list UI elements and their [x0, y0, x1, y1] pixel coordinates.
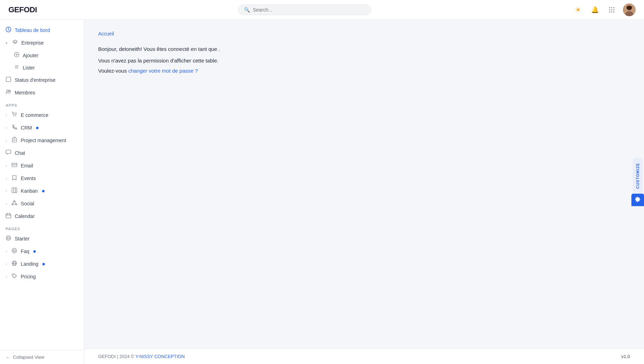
apps-section-label: APPS	[0, 99, 84, 109]
sidebar-label-social: Social	[21, 201, 34, 206]
svg-rect-15	[6, 77, 11, 82]
sidebar-item-crm[interactable]: › CRM	[0, 121, 84, 134]
svg-point-17	[9, 90, 11, 92]
sidebar-item-email[interactable]: › Email	[0, 159, 84, 172]
clock-icon	[6, 27, 11, 34]
version-label: v1.0	[621, 354, 630, 359]
sidebar-item-tableau-de-bord[interactable]: Tableau de bord	[0, 24, 84, 37]
svg-rect-22	[12, 163, 17, 167]
footer-link[interactable]: Y-NISSY CONCEPTION	[135, 354, 185, 359]
svg-point-34	[13, 275, 14, 276]
search-icon: 🔍	[244, 7, 250, 13]
sidebar-label-email: Email	[21, 163, 33, 168]
chevron-right-icon-project: ›	[6, 139, 7, 143]
sidebar-item-faq[interactable]: › Faq	[0, 245, 84, 258]
sidebar-item-kanban[interactable]: › Kanban	[0, 185, 84, 197]
sidebar-item-ecommerce[interactable]: › E commerce	[0, 109, 84, 121]
customize-gear-icon[interactable]	[631, 193, 644, 206]
svg-rect-20	[12, 138, 16, 142]
sidebar-item-project-management[interactable]: › Project management	[0, 134, 84, 147]
content-area: Accueil Bonjour, detoneith! Vous êtes co…	[84, 20, 644, 349]
sidebar-label-calendar: Calendar	[15, 213, 35, 219]
logo: GEFODI	[8, 5, 37, 14]
change-password-link[interactable]: changer votre mot de passe ?	[128, 68, 198, 74]
sidebar-label-ajouter: Ajouter	[23, 53, 38, 58]
svg-point-30	[12, 249, 17, 253]
status-icon	[6, 77, 11, 84]
collapsed-view-label: Collapsed View	[13, 355, 44, 360]
header: GEFODI 🔍 ☀ 🔔	[0, 0, 644, 20]
social-icon	[12, 200, 17, 207]
sidebar-item-status-entreprise[interactable]: Status d'entreprise	[0, 74, 84, 86]
sidebar-label-tableau-de-bord: Tableau de bord	[15, 27, 50, 33]
svg-point-5	[614, 9, 615, 10]
plus-circle-icon	[14, 52, 19, 59]
svg-point-1	[611, 7, 612, 8]
change-password-text: Voulez-vous changer votre mot de passe ?	[98, 68, 630, 74]
search-input[interactable]	[253, 7, 365, 13]
svg-point-12	[626, 6, 632, 10]
crm-notification-dot	[36, 127, 39, 129]
sidebar-item-calendar[interactable]: Calendar	[0, 210, 84, 223]
kanban-icon	[12, 187, 17, 194]
sidebar-label-kanban: Kanban	[21, 188, 38, 194]
sidebar-label-project-management: Project management	[21, 138, 66, 143]
sidebar-item-ajouter[interactable]: Ajouter	[0, 49, 84, 61]
layers-icon	[12, 39, 18, 46]
customize-tab[interactable]: CUSTOMIZE	[631, 158, 644, 206]
welcome-message: Bonjour, detoneith! Vous êtes connecté e…	[98, 45, 630, 53]
sidebar-label-lister: Lister	[23, 65, 35, 71]
svg-point-6	[609, 11, 610, 12]
svg-point-0	[609, 7, 610, 8]
collapse-arrow-icon: ←	[6, 355, 10, 360]
members-icon	[6, 89, 11, 96]
sidebar-label-chat: Chat	[15, 150, 25, 156]
bookmark-icon	[12, 175, 17, 182]
sidebar-item-entreprise[interactable]: ▾ Entreprise	[0, 37, 84, 49]
svg-rect-21	[6, 150, 11, 154]
chevron-right-icon-faq: ›	[6, 250, 7, 253]
notification-bell-button[interactable]: 🔔	[589, 4, 601, 15]
search-bar: 🔍	[238, 5, 371, 15]
sidebar-label-starter: Starter	[15, 236, 29, 241]
collapsed-view-button[interactable]: ← Collapsed View	[0, 350, 84, 364]
avatar[interactable]	[623, 4, 636, 16]
svg-point-18	[14, 116, 14, 117]
svg-point-31	[13, 250, 15, 252]
sidebar-item-social[interactable]: › Social	[0, 197, 84, 210]
sidebar-item-membres[interactable]: Membres	[0, 86, 84, 99]
globe-icon	[12, 260, 17, 267]
chevron-down-icon-entreprise: ▾	[6, 41, 7, 45]
chevron-right-icon-events: ›	[6, 177, 7, 180]
sidebar-label-entreprise: Entreprise	[21, 40, 44, 46]
chevron-right-icon-landing: ›	[6, 262, 7, 266]
sidebar-label-membres: Membres	[15, 90, 35, 95]
sidebar-label-faq: Faq	[21, 249, 29, 254]
faq-notification-dot	[33, 250, 36, 253]
grid-menu-button[interactable]	[606, 4, 617, 15]
calendar-icon	[6, 213, 11, 220]
sidebar-item-pricing[interactable]: › Pricing	[0, 270, 84, 283]
footer-copyright: GEFODI | 2024 © Y-NISSY CONCEPTION	[98, 354, 185, 359]
chevron-right-icon-crm: ›	[6, 126, 7, 130]
sidebar-label-landing: Landing	[21, 261, 38, 267]
sidebar-item-lister[interactable]: Lister	[0, 61, 84, 74]
svg-point-28	[6, 236, 11, 240]
sidebar-item-starter[interactable]: Starter	[0, 232, 84, 245]
sidebar-item-chat[interactable]: Chat	[0, 147, 84, 159]
faq-icon	[12, 248, 17, 255]
sidebar-item-events[interactable]: › Events	[0, 172, 84, 185]
sidebar-label-events: Events	[21, 176, 36, 181]
breadcrumb[interactable]: Accueil	[98, 31, 630, 37]
svg-point-16	[7, 90, 9, 92]
svg-rect-23	[12, 188, 17, 193]
sidebar-label-crm: CRM	[21, 125, 32, 131]
chevron-right-icon-email: ›	[6, 164, 7, 168]
phone-icon	[12, 124, 17, 131]
customize-label[interactable]: CUSTOMIZE	[633, 158, 643, 194]
sidebar-item-landing[interactable]: › Landing	[0, 258, 84, 270]
svg-point-19	[15, 116, 16, 117]
svg-point-7	[611, 11, 612, 12]
sidebar-label-status-entreprise: Status d'entreprise	[15, 77, 55, 83]
sun-icon-button[interactable]: ☀	[572, 4, 584, 15]
